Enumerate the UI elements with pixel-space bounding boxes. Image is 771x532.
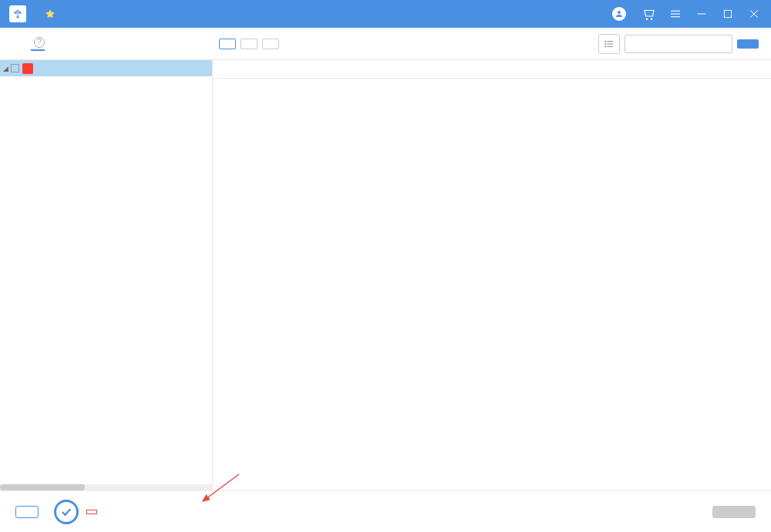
svg-point-12 [605, 43, 606, 44]
filter-deleted-files[interactable] [241, 39, 258, 49]
tree-root[interactable]: ◢ [0, 60, 212, 76]
sidebar-scrollbar[interactable] [0, 484, 213, 490]
file-list-panel [213, 60, 771, 492]
minimize-icon[interactable] [694, 6, 709, 22]
svg-point-11 [605, 41, 606, 42]
tab-file-type[interactable]: ? [31, 37, 45, 51]
filter-all-files[interactable] [219, 39, 236, 49]
svg-point-13 [605, 46, 606, 47]
view-list-icon[interactable] [598, 34, 620, 54]
collapse-icon[interactable]: ◢ [3, 65, 11, 72]
file-type-icon [22, 63, 33, 74]
user-avatar-icon[interactable] [612, 7, 626, 21]
help-icon[interactable]: ? [34, 37, 45, 48]
vip-badge [45, 8, 58, 19]
search-input[interactable] [625, 35, 732, 53]
filter-smart-filter[interactable] [262, 39, 279, 49]
sidebar-tree: ◢ [0, 60, 213, 492]
filter-bar [219, 34, 759, 54]
svg-rect-5 [724, 10, 731, 17]
recover-button[interactable] [712, 506, 756, 518]
menu-icon[interactable] [668, 6, 683, 22]
svg-point-0 [618, 11, 621, 14]
footer [0, 490, 771, 532]
cart-icon[interactable] [641, 6, 657, 22]
check-circle-icon [54, 500, 79, 524]
scan-status [86, 510, 97, 514]
maximize-icon[interactable] [720, 6, 736, 22]
back-to-home-button[interactable] [15, 506, 39, 518]
title-bar [0, 0, 771, 28]
table-header [213, 60, 771, 79]
search-button[interactable] [737, 39, 759, 49]
close-icon[interactable] [746, 6, 762, 22]
app-logo-icon [9, 5, 26, 22]
checkbox[interactable] [11, 64, 19, 72]
